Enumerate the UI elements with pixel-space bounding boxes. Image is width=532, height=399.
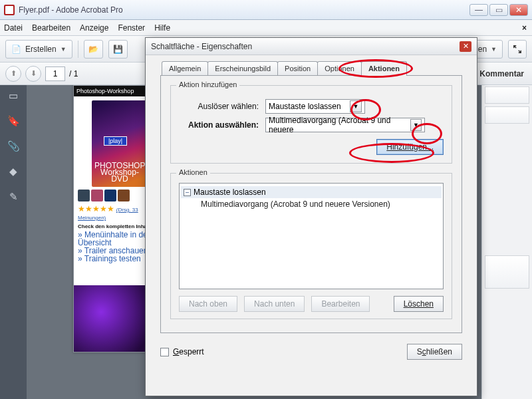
dialog-footer: Gesperrt Schließen	[146, 340, 477, 360]
chevron-down-icon: ▼	[410, 119, 422, 131]
attachments-panel-icon[interactable]: 📎	[7, 140, 20, 153]
locked-checkbox[interactable]	[160, 348, 169, 356]
expand-button[interactable]	[508, 40, 527, 59]
document-close-icon[interactable]: ×	[522, 23, 527, 33]
collapse-icon[interactable]: –	[184, 189, 191, 196]
edit-action-button[interactable]: Bearbeiten	[311, 296, 370, 312]
tab-position[interactable]: Position	[277, 61, 318, 75]
list-item[interactable]: Multimediavorgang (Acrobat 9 und neuere …	[181, 198, 442, 210]
locked-label: Gesperrt	[173, 347, 204, 356]
panel-slot[interactable]	[485, 255, 529, 289]
panel-slot[interactable]	[485, 86, 529, 104]
page-total: / 1	[69, 69, 78, 78]
menu-edit[interactable]: Bearbeiten	[32, 23, 70, 33]
dialog-title: Schaltfläche - Eigenschaften	[151, 42, 252, 51]
dialog-titlebar[interactable]: Schaltfläche - Eigenschaften ✕	[146, 38, 477, 55]
create-button[interactable]: 📄 Erstellen ▼	[5, 40, 72, 59]
page-down-button[interactable]: ⬇	[25, 66, 41, 82]
add-action-button[interactable]: Hinzufügen...	[376, 139, 444, 155]
actions-listbox[interactable]: – Maustaste loslassen Multimediavorgang …	[179, 183, 444, 289]
file-icon: 📄	[11, 45, 21, 54]
panel-slot[interactable]	[485, 106, 529, 124]
group-legend: Aktion hinzufügen	[176, 80, 239, 88]
open-button[interactable]: 📂	[84, 40, 103, 59]
action-select[interactable]: Multimediavorgang (Acrobat 9 und neuere …	[265, 118, 425, 132]
menu-help[interactable]: Hilfe	[154, 23, 170, 33]
tab-general[interactable]: Allgemein	[162, 61, 208, 75]
window-title: Flyer.pdf - Adobe Acrobat Pro	[19, 5, 469, 15]
tab-actions[interactable]: Aktionen	[361, 61, 407, 76]
signatures-panel-icon[interactable]: ✎	[7, 190, 20, 203]
tab-appearance[interactable]: Erscheinungsbild	[207, 61, 278, 75]
bookmarks-panel-icon[interactable]: 🔖	[7, 114, 20, 128]
trigger-value: Maustaste loslassen	[269, 102, 341, 111]
dialog-body: Aktion hinzufügen Auslöser wählen: Maust…	[160, 75, 462, 333]
chevron-down-icon: ▼	[491, 46, 497, 53]
actions-list-group: Aktionen – Maustaste loslassen Multimedi…	[170, 173, 452, 319]
layers-panel-icon[interactable]: ◆	[7, 165, 20, 178]
create-label: Erstellen	[25, 45, 57, 54]
page-number-input[interactable]: 1	[45, 66, 65, 81]
chevron-down-icon: ▼	[61, 46, 66, 53]
minimize-button[interactable]: —	[469, 4, 488, 16]
disk-icon: 💾	[113, 45, 123, 54]
play-button-overlay[interactable]: |play|	[104, 136, 127, 146]
left-nav-rail: ▭ 🔖 📎 ◆ ✎	[0, 85, 27, 399]
move-down-button[interactable]: Nach unten	[244, 296, 305, 312]
menu-window[interactable]: Fenster	[118, 23, 145, 33]
move-up-button[interactable]: Nach oben	[179, 296, 237, 312]
app-icon	[4, 5, 15, 15]
product-cover: |play| PHOTOSHOPWorkshop-DVD	[92, 100, 148, 187]
menu-file[interactable]: Datei	[4, 23, 23, 33]
window-titlebar: Flyer.pdf - Adobe Acrobat Pro — ▭ ✕	[0, 0, 532, 20]
close-dialog-button[interactable]: Schließen	[407, 344, 462, 360]
list-group-header[interactable]: – Maustaste loslassen	[181, 186, 442, 198]
right-panel	[481, 85, 532, 399]
expand-icon	[513, 45, 522, 54]
tab-options[interactable]: Optionen	[317, 61, 362, 75]
menubar: Datei Bearbeiten Anzeige Fenster Hilfe ×	[0, 20, 532, 36]
menu-view[interactable]: Anzeige	[80, 23, 108, 33]
trigger-select[interactable]: Maustaste loslassen ▼	[265, 99, 365, 114]
chevron-down-icon: ▼	[350, 100, 362, 112]
maximize-button[interactable]: ▭	[489, 4, 508, 16]
add-action-group: Aktion hinzufügen Auslöser wählen: Maust…	[170, 85, 452, 164]
delete-action-button[interactable]: Löschen	[394, 296, 444, 312]
save-button[interactable]: 💾	[108, 40, 128, 59]
comment-toggle[interactable]: Kommentar	[479, 69, 527, 78]
pages-panel-icon[interactable]: ▭	[7, 89, 20, 102]
dialog-tabstrip: Allgemein Erscheinungsbild Position Opti…	[146, 55, 477, 75]
button-properties-dialog: Schaltfläche - Eigenschaften ✕ Allgemein…	[145, 37, 477, 396]
dialog-close-button[interactable]: ✕	[460, 41, 471, 52]
action-value: Multimediavorgang (Acrobat 9 und neuere	[269, 116, 410, 134]
page-up-button[interactable]: ⬆	[5, 66, 21, 82]
list-group-label: Maustaste loslassen	[194, 188, 266, 197]
window-close-button[interactable]: ✕	[509, 4, 528, 16]
trigger-label: Auslöser wählen:	[179, 102, 259, 111]
folder-icon: 📂	[88, 45, 98, 54]
group-legend: Aktionen	[176, 168, 210, 176]
action-label: Aktion auswählen:	[179, 120, 259, 130]
